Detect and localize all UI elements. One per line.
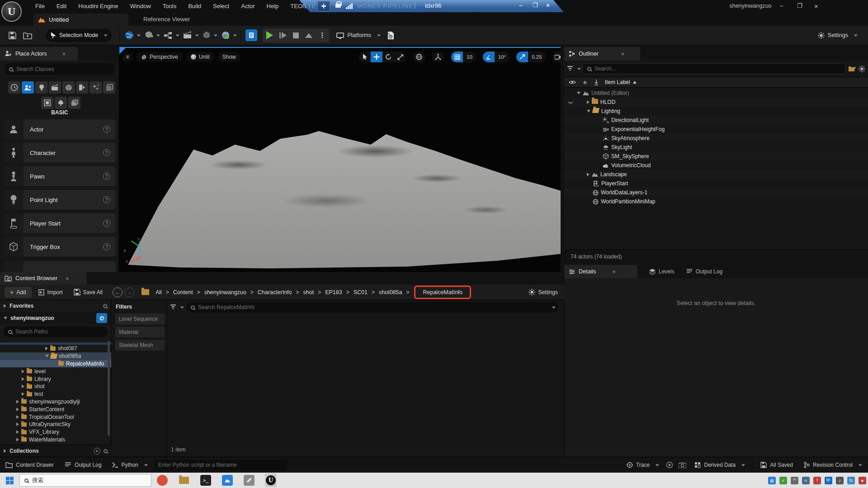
browser-app-icon[interactable] xyxy=(156,474,168,486)
save-all-button[interactable]: Save All xyxy=(69,289,107,296)
unreal-app-icon[interactable]: U xyxy=(265,474,277,486)
shield-tray-icon[interactable]: ✓ xyxy=(779,477,787,484)
outliner-row-directionallight[interactable]: DirectionalLight xyxy=(564,116,868,125)
back-button[interactable]: ← xyxy=(113,287,123,297)
help-icon[interactable]: ? xyxy=(103,243,110,250)
rotate-tool-button[interactable] xyxy=(382,52,394,62)
expander-closed-icon[interactable] xyxy=(16,400,19,404)
revision-control-dropdown[interactable]: Revision Control xyxy=(804,462,861,468)
tab-levels[interactable]: Levels xyxy=(649,265,675,278)
explorer-app-icon[interactable] xyxy=(178,474,190,486)
menu-window[interactable]: Window xyxy=(125,1,156,11)
category-foliage-icon[interactable] xyxy=(55,97,67,109)
play-button[interactable] xyxy=(266,31,273,39)
help-icon[interactable]: ? xyxy=(103,220,110,227)
network-tray-icon[interactable]: ≈ xyxy=(802,477,810,484)
expander-closed-icon[interactable] xyxy=(16,422,19,426)
path-tree-row-shenyinwangzuodiyiji[interactable]: shenyinwangzuodiyiji xyxy=(0,398,111,406)
menu-select[interactable]: Select xyxy=(208,1,235,11)
derived-data-dropdown[interactable]: Derived Data xyxy=(694,462,744,468)
camera-speed-control[interactable]: 0.33 xyxy=(552,52,561,62)
expander-closed-icon[interactable] xyxy=(45,347,48,350)
eject-button[interactable] xyxy=(305,33,312,38)
path-tree-row-shot[interactable]: shot xyxy=(0,383,111,390)
outliner-row-exponentialheightfog[interactable]: ExponentialHeightFog xyxy=(564,125,868,134)
menu-houdini-engine[interactable]: Houdini Engine xyxy=(73,1,123,11)
forward-button[interactable]: → xyxy=(124,287,134,297)
insights-icon[interactable] xyxy=(666,461,673,469)
tab-reference-viewer[interactable]: Reference Viewer xyxy=(143,16,190,23)
expander-closed-icon[interactable] xyxy=(587,173,590,176)
terminal-app-icon[interactable]: >_ xyxy=(200,474,212,486)
expander-closed-icon[interactable] xyxy=(22,392,24,396)
menu-actor[interactable]: Actor xyxy=(236,1,260,11)
path-tree-scrollbar[interactable] xyxy=(108,341,110,436)
breadcrumb-shenyinwangzuo[interactable]: shenyinwangzuo xyxy=(203,289,247,296)
play-options-menu-icon[interactable]: ⋮ xyxy=(319,31,326,39)
stop-button[interactable] xyxy=(293,33,299,38)
outliner-row-worlddatalayers-1[interactable]: WorldDataLayers-1 xyxy=(564,188,868,197)
menu-tools[interactable]: Tools xyxy=(157,1,182,11)
outliner-row-volumetriccloud[interactable]: VolumetricCloud xyxy=(564,161,868,170)
window-close-button[interactable]: × xyxy=(814,2,818,10)
help-icon[interactable]: ? xyxy=(103,126,110,133)
asset-search-input[interactable]: Search RepalceMatInfo xyxy=(186,302,559,313)
coordinate-space-toggle[interactable] xyxy=(413,52,425,62)
window-minimize-button[interactable]: – xyxy=(780,2,783,9)
tab-output-log[interactable]: Output Log xyxy=(686,265,722,278)
place-actor-row-player-start[interactable]: Player Start? xyxy=(4,213,116,233)
place-actor-row-pawn[interactable]: Pawn? xyxy=(4,166,116,186)
window-restore-button[interactable]: ❐ xyxy=(797,2,802,9)
photos-app-icon[interactable] xyxy=(222,474,233,486)
settings-dropdown[interactable]: Settings xyxy=(818,32,856,39)
path-tree-row-level[interactable]: level xyxy=(0,367,111,375)
category-clock-icon[interactable] xyxy=(8,81,20,94)
outliner-row-skyatmosphere[interactable]: SkyAtmosphere xyxy=(564,134,868,143)
start-button[interactable] xyxy=(6,477,14,484)
scale-snap-control[interactable]: 0.25 xyxy=(516,52,545,62)
outliner-search-input[interactable]: Search... xyxy=(582,63,845,74)
category-cubeico-icon[interactable] xyxy=(62,81,75,94)
outliner-row-landscape[interactable]: Landscape xyxy=(564,170,868,179)
outliner-row-untitled-editor-[interactable]: Untitled (Editor) xyxy=(564,89,868,98)
menu-teones-utilities[interactable]: TEONES Utilities xyxy=(285,1,340,11)
menu-help[interactable]: Help xyxy=(261,1,284,11)
close-icon[interactable]: × xyxy=(62,51,66,57)
outliner-row-playerstart[interactable]: PlayerStart xyxy=(564,179,868,188)
cinematics-dropdown[interactable] xyxy=(183,31,198,40)
scale-tool-button[interactable] xyxy=(394,52,406,62)
breadcrumb-shot085a[interactable]: shot085a xyxy=(378,289,403,296)
category-layers-icon[interactable] xyxy=(68,97,80,109)
platforms-dropdown[interactable]: Platforms xyxy=(336,32,379,38)
project-launcher-icon[interactable] xyxy=(385,29,396,41)
category-sparkle-icon[interactable] xyxy=(90,81,102,94)
python-command-input[interactable]: Enter Python script or a filename xyxy=(154,460,288,470)
expander-closed-icon[interactable] xyxy=(16,415,19,419)
menu-edit[interactable]: Edit xyxy=(51,1,72,11)
search-classes-input[interactable]: Search Classes xyxy=(5,63,115,75)
add-collection-icon[interactable]: + xyxy=(94,448,100,455)
expander-closed-icon[interactable] xyxy=(22,385,24,388)
path-tree-row-library[interactable]: Library xyxy=(0,375,111,383)
collections-section[interactable]: Collections + xyxy=(0,445,111,457)
tab-details[interactable]: Details× xyxy=(564,265,637,278)
output-log-button[interactable]: Output Log xyxy=(65,462,101,468)
category-door-icon[interactable] xyxy=(76,81,88,94)
level-viewport[interactable]: ≡ Perspective Unlit Show xyxy=(119,47,561,272)
cmd-language-dropdown[interactable]: Python xyxy=(112,462,146,468)
select-tool-button[interactable] xyxy=(359,52,371,62)
audio-tray-icon[interactable]: ♪ xyxy=(836,477,844,484)
path-tree-row-startercontent[interactable]: StarterContent xyxy=(0,405,111,413)
asset-filter-button[interactable] xyxy=(170,305,183,310)
viewport-options-menu[interactable]: ≡ xyxy=(122,52,133,62)
screenshot-icon[interactable] xyxy=(679,462,686,468)
all-saved-indicator[interactable]: All Saved xyxy=(760,462,793,468)
outliner-row-skylight[interactable]: SkyLight xyxy=(564,143,868,152)
outliner-row-hlod[interactable]: HLOD xyxy=(564,98,868,107)
help-icon[interactable]: ? xyxy=(103,173,110,180)
outliner-settings-icon[interactable] xyxy=(859,66,865,72)
search-icon[interactable] xyxy=(103,304,107,308)
visibility-column-icon[interactable] xyxy=(569,80,576,84)
frame-skip-button[interactable] xyxy=(279,32,287,38)
menu-file[interactable]: File xyxy=(30,1,50,11)
